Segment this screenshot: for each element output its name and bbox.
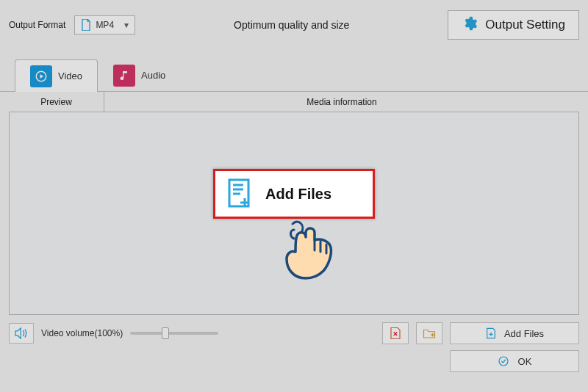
output-format-value: MP4 (96, 20, 114, 30)
chevron-down-icon: ▾ (124, 20, 129, 30)
volume-label: Video volume(100%) (41, 328, 123, 338)
output-setting-label: Output Setting (485, 18, 565, 32)
tab-audio-label: Audio (141, 70, 165, 81)
file-icon (81, 19, 91, 31)
top-bar: Output Format MP4 ▾ Optimum quality and … (0, 0, 588, 46)
volume-slider[interactable] (130, 332, 218, 335)
bottom-bar: Video volume(100%) Add Files (0, 315, 588, 344)
music-note-icon (113, 65, 135, 87)
tab-video[interactable]: Video (15, 59, 98, 92)
add-files-highlight[interactable]: Add Files (213, 169, 375, 219)
tabs: Video Audio (0, 59, 588, 92)
document-add-icon (226, 178, 255, 210)
svg-point-1 (499, 357, 508, 366)
add-files-label: Add Files (504, 328, 544, 339)
slider-thumb[interactable] (162, 327, 169, 339)
output-format-select[interactable]: MP4 ▾ (74, 15, 135, 35)
remove-file-button[interactable] (382, 322, 409, 344)
ok-label: OK (518, 356, 532, 367)
gear-icon (462, 15, 478, 35)
add-folder-button[interactable] (416, 322, 442, 344)
file-add-icon (485, 327, 497, 339)
file-remove-icon (389, 327, 402, 340)
tab-audio[interactable]: Audio (98, 59, 181, 91)
pointer-hand-icon (281, 217, 340, 285)
play-circle-icon (30, 65, 52, 87)
column-preview: Preview (9, 92, 104, 112)
column-media-info: Media information (104, 92, 579, 112)
add-files-button[interactable]: Add Files (450, 322, 579, 344)
output-format-label: Output Format (9, 20, 65, 30)
ok-row: OK (0, 344, 588, 372)
ok-button[interactable]: OK (450, 350, 579, 372)
volume-button[interactable] (9, 323, 34, 344)
speaker-icon (14, 327, 29, 339)
tab-video-label: Video (58, 70, 82, 81)
add-files-highlight-label: Add Files (265, 186, 331, 203)
check-circle-icon (498, 355, 509, 367)
quality-text: Optimum quality and size (141, 19, 442, 31)
folder-add-icon (423, 327, 436, 339)
output-setting-button[interactable]: Output Setting (448, 10, 579, 40)
column-headers: Preview Media information (9, 92, 579, 112)
